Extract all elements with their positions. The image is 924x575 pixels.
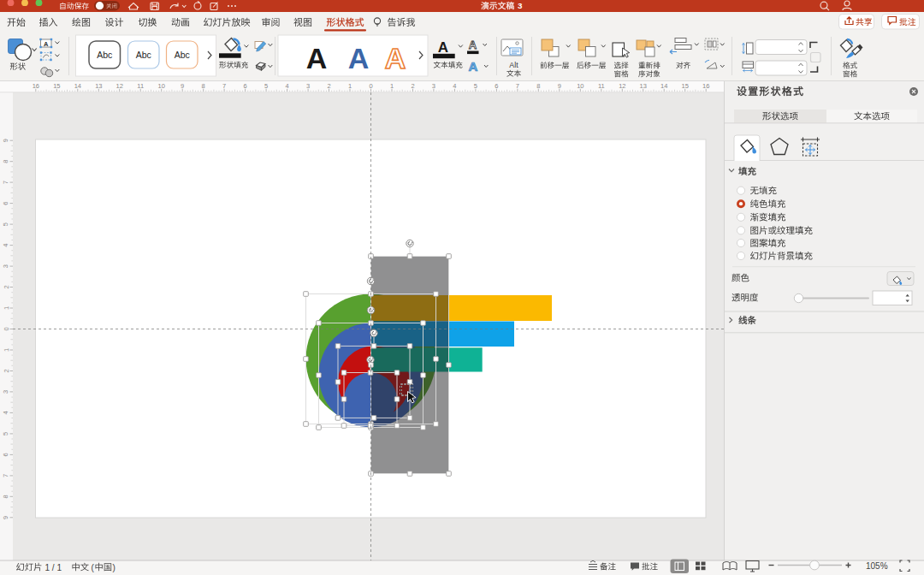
svg-text:8: 8 — [3, 160, 10, 163]
svg-text:7: 7 — [3, 181, 10, 184]
svg-text:13: 13 — [640, 82, 647, 90]
svg-text:9: 9 — [3, 516, 10, 519]
svg-text:11: 11 — [137, 82, 144, 90]
svg-text:11: 11 — [598, 82, 605, 90]
svg-text:9: 9 — [3, 139, 10, 142]
svg-text:1: 1 — [348, 82, 352, 90]
svg-text:0: 0 — [3, 327, 10, 330]
svg-text:A: A — [306, 42, 328, 74]
svg-text:1 / 1: 1 / 1 — [45, 563, 62, 572]
svg-text:2: 2 — [411, 82, 414, 90]
svg-text:): ) — [113, 563, 116, 572]
svg-text:10: 10 — [158, 82, 165, 90]
svg-text:6: 6 — [244, 82, 247, 90]
svg-text:9: 9 — [558, 82, 561, 90]
svg-text:6: 6 — [3, 453, 10, 456]
svg-text:6: 6 — [3, 202, 10, 205]
svg-text:8: 8 — [202, 82, 205, 90]
svg-text:13: 13 — [95, 82, 102, 90]
svg-text:A: A — [469, 59, 478, 74]
svg-text:A: A — [438, 39, 448, 56]
svg-text:2: 2 — [3, 285, 10, 288]
svg-text:5: 5 — [3, 222, 10, 226]
svg-text:0: 0 — [369, 82, 372, 90]
svg-text:3: 3 — [306, 82, 310, 90]
svg-text:Abc: Abc — [136, 50, 151, 60]
svg-text:7: 7 — [516, 82, 519, 90]
svg-text:1: 1 — [3, 306, 10, 310]
svg-text:16: 16 — [33, 82, 39, 90]
svg-text:1: 1 — [390, 82, 394, 90]
svg-text:4: 4 — [3, 244, 10, 247]
svg-text:Abc: Abc — [175, 50, 190, 60]
svg-text:7: 7 — [222, 82, 226, 90]
svg-text:12: 12 — [116, 82, 123, 90]
svg-text:5: 5 — [264, 82, 268, 90]
svg-text:12: 12 — [619, 82, 625, 90]
svg-text:4: 4 — [453, 82, 456, 90]
svg-text:8: 8 — [536, 82, 540, 90]
svg-text:7: 7 — [3, 474, 10, 477]
svg-text:15: 15 — [682, 82, 689, 90]
svg-text:6: 6 — [495, 82, 498, 90]
svg-text:4: 4 — [3, 411, 10, 414]
svg-text:14: 14 — [74, 82, 81, 90]
svg-text:1: 1 — [3, 348, 10, 352]
svg-text:3: 3 — [3, 264, 10, 268]
svg-text:A: A — [348, 42, 370, 74]
svg-text:14: 14 — [660, 82, 667, 90]
svg-text:3: 3 — [518, 1, 523, 10]
svg-text:Abc: Abc — [97, 50, 112, 60]
svg-text:3: 3 — [3, 390, 10, 394]
svg-text:3: 3 — [432, 82, 435, 90]
svg-text:Alt: Alt — [509, 61, 518, 69]
svg-text:A: A — [44, 40, 49, 48]
svg-text:10: 10 — [577, 82, 583, 90]
svg-text:2: 2 — [327, 82, 330, 90]
svg-text:A: A — [469, 39, 477, 51]
svg-text:4: 4 — [286, 82, 289, 90]
svg-text:9: 9 — [181, 82, 184, 90]
svg-text:8: 8 — [3, 495, 10, 498]
svg-text:15: 15 — [53, 82, 60, 90]
svg-text:A: A — [385, 42, 406, 74]
svg-text:16: 16 — [702, 82, 709, 90]
svg-text:5: 5 — [3, 432, 10, 436]
svg-text:2: 2 — [3, 369, 10, 372]
svg-text:5: 5 — [474, 82, 477, 90]
svg-text:105%: 105% — [866, 561, 888, 571]
